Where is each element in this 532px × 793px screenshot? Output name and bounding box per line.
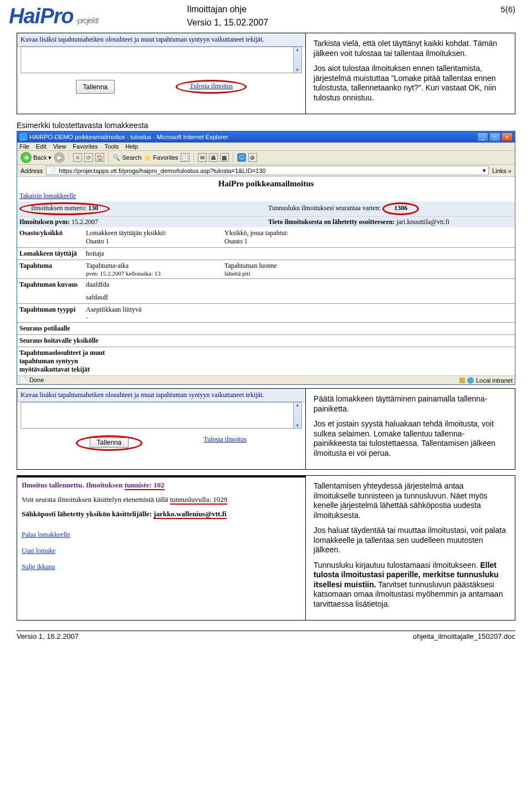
addr-dropdown-icon[interactable]: ▾ (483, 167, 486, 174)
print-link-2[interactable]: Tulosta ilmoitus (203, 435, 247, 451)
link-uusi-lomake[interactable]: Uusi lomake (22, 547, 301, 555)
screenshot-form-1: Kuvaa lisäksi tapahtumahetken olosuhteet… (17, 33, 306, 114)
status-left-icon: 📄 (19, 377, 27, 384)
scroll-down-icon-2[interactable]: ▼ (294, 423, 301, 428)
messenger-icon[interactable]: 🗨 (237, 153, 246, 162)
textarea-scrollbar-2[interactable]: ▲ ▼ (294, 402, 302, 429)
conf-tunnusluku: tunnusluvulla: 1029 (170, 495, 228, 505)
menu-edit[interactable]: Edit (36, 143, 47, 150)
doc-title: Ilmoittajan ohje (187, 4, 268, 14)
browser-menubar: File Edit View Favorites Tools Help (17, 143, 515, 151)
url-icon: 📄 (49, 167, 57, 174)
highlight-oval-tunnusluku: 1306 (382, 202, 419, 215)
scroll-down-icon[interactable]: ▼ (294, 68, 301, 73)
browser-toolbar: ◄Back ▾ ► ✕ ⟳ 🏠 🔍 Search ⭐ Favorites 🕘 ✉… (17, 151, 515, 165)
row-tapahtuma: Tapahtuma Tapahtuma-aika pvm: 15.2.2007 … (17, 260, 515, 279)
highlight-circle-save: Tallenna (76, 435, 143, 451)
tapahtuma-right1: Tapahtuman luonne (224, 262, 513, 270)
seuraus-pot-label: Seuraus potilaalle (19, 324, 86, 333)
print-doc-title: HaiPro poikkeamailmoitus (17, 179, 515, 189)
ilmoitus-numero-label: Ilmoituksen numero: (31, 204, 86, 212)
back-button[interactable]: ◄Back ▾ (21, 152, 52, 163)
form-instruction-text: Kuvaa lisäksi tapahtumahetken olosuhteet… (17, 33, 305, 47)
print-icon[interactable]: 🖶 (209, 153, 218, 162)
osasto-label: Osasto/yksikkö (19, 229, 86, 246)
link-sulje-ikkuna[interactable]: Sulje ikkuna (22, 563, 301, 571)
row-seuraus-potilaalle: Seuraus potilaalle (17, 323, 515, 335)
osasto-mid1: Lomakkeen täyttäjän yksikkö: (86, 229, 224, 237)
refresh-icon[interactable]: ⟳ (84, 153, 93, 162)
tapahtuma-mid1: Tapahtuma-aika (86, 262, 224, 270)
osasto-mid2: Osasto 1 (86, 237, 224, 246)
row-olosuhteet: Tapahtumaolosuhteet ja muut tapahtuman s… (17, 347, 515, 375)
address-label: Address (21, 167, 43, 174)
search-button[interactable]: 🔍 Search (112, 154, 141, 161)
link-palaa-lomakkeelle[interactable]: Palaa lomakkeelle (22, 531, 301, 539)
olosuhteet-label: Tapahtumaolosuhteet ja muut tapahtuman s… (19, 349, 119, 374)
header-center: Ilmoittajan ohje Versio 1, 15.02.2007 (187, 4, 268, 28)
description-textarea[interactable] (21, 47, 294, 73)
mail-icon[interactable]: ✉ (198, 153, 207, 162)
scroll-up-icon[interactable]: ▲ (294, 47, 301, 52)
tapahtuma-right2: läheltä piti (224, 270, 513, 277)
highlight-circle: Tulosta ilmoitus (176, 80, 247, 94)
links-label[interactable]: Links » (492, 167, 511, 174)
browser-content: HaiPro poikkeamailmoitus Takaisin lomakk… (17, 179, 515, 375)
back-to-form-link[interactable]: Takaisin lomakkeelle (17, 191, 515, 201)
para-1-1: Tarkista vielä, että olet täyttänyt kaik… (314, 39, 507, 58)
favorites-button[interactable]: ⭐ Favorites (144, 154, 178, 161)
scroll-up-icon-2[interactable]: ▲ (294, 403, 301, 408)
minimize-button[interactable]: _ (477, 133, 488, 141)
conf-tunniste: tunniste: 102 (125, 481, 165, 490)
row-tyyppi: Tapahtuman tyyppi Aseptiikkaan liittyvä … (17, 304, 515, 323)
address-input[interactable]: 📄 https://projectapps.vtt.fi/progs/haipr… (46, 166, 489, 175)
tunnusluku-label: Tunnusluku ilmoituksesi seurantaa varten… (268, 204, 381, 212)
menu-view[interactable]: View (53, 143, 66, 150)
highlight-oval-ilmoitus-numero: Ilmoituksen numero: 130 (19, 202, 110, 215)
save-button[interactable]: Tallenna (76, 80, 115, 94)
toolbar-icon[interactable]: ⚙ (248, 153, 257, 162)
close-button[interactable]: × (502, 133, 513, 141)
conf-email: jarkko.wallenius@vtt.fi (154, 510, 226, 519)
ilmoitus-pvm-label: Ilmoituksen pvm: (19, 218, 70, 226)
info-row-1: Ilmoituksen numero: 130 Tunnusluku ilmoi… (17, 201, 515, 216)
para-2-1: Päätä lomakkeen täyttäminen painamalla t… (314, 394, 507, 414)
tyyppi-label: Tapahtuman tyyppi (19, 306, 86, 321)
para-3-1: Tallentamisen yhteydessä järjestelmä ant… (314, 481, 507, 520)
para-3-3a: Tunnusluku kirjautuu tulostamaasi ilmoit… (314, 561, 480, 570)
edit-icon[interactable]: ▦ (220, 153, 229, 162)
form-instruction-text-2: Kuvaa lisäksi tapahtumahetken olosuhteet… (17, 389, 305, 402)
menu-help[interactable]: Help (125, 143, 138, 150)
lock-icon (459, 378, 465, 383)
browser-addressbar: Address 📄 https://projectapps.vtt.fi/pro… (17, 165, 515, 177)
row-tayttaja: Lomakkeen täyttäjä hoitaja (17, 248, 515, 260)
screenshot-form-2: Kuvaa lisäksi tapahtumahetken olosuhteet… (17, 389, 306, 469)
logo: HaiPro-projekti (9, 4, 98, 28)
maximize-button[interactable]: □ (489, 133, 500, 141)
menu-tools[interactable]: Tools (105, 143, 119, 150)
email-value: jari.knuuttila@vtt.fi (396, 218, 449, 226)
textarea-scrollbar[interactable]: ▲ ▼ (294, 47, 302, 73)
footer-filename: ohjeita_ilmoittajalle_150207.doc (413, 632, 515, 640)
url-text: https://projectapps.vtt.fi/progs/haipro_… (59, 167, 265, 174)
home-icon[interactable]: 🏠 (95, 153, 104, 162)
description-textarea-2[interactable] (21, 402, 294, 429)
para-2-2: Jos et jostain syystä haluakaan tehdä il… (314, 419, 507, 458)
print-link[interactable]: Tulosta ilmoitus (190, 82, 233, 90)
ie-icon (19, 133, 27, 141)
stop-icon[interactable]: ✕ (73, 153, 82, 162)
row-kuvaus: Tapahtuman kuvaus daafdfda safdasdf (17, 279, 515, 304)
menu-file[interactable]: File (19, 143, 29, 150)
osasto-right2: Osasto 1 (224, 237, 513, 246)
logo-text: HaiPro (9, 4, 73, 28)
browser-statusbar: 📄 Done Local intranet (17, 375, 515, 384)
history-icon[interactable]: 🕘 (181, 153, 190, 162)
tapahtuma-mid2: pvm: 15.2.2007 kellonaika: 13 (86, 270, 224, 277)
menu-favorites[interactable]: Favorites (73, 143, 98, 150)
row-osasto: Osasto/yksikkö Lomakkeen täyttäjän yksik… (17, 227, 515, 248)
ilmoitus-numero-value: 130 (88, 204, 98, 212)
kuvaus-val2: safdasdf (86, 293, 224, 302)
forward-button[interactable]: ► (54, 152, 65, 163)
para-1-2: Jos aiot tulostaa ilmoituksen ennen tall… (314, 64, 507, 103)
save-button-2[interactable]: Tallenna (90, 438, 129, 448)
